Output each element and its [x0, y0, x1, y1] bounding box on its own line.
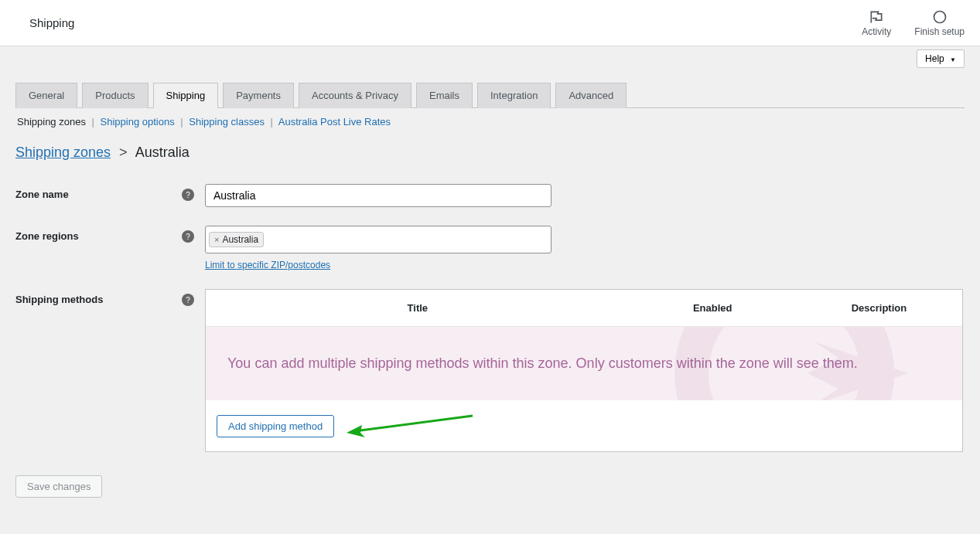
zone-name-label: Zone name: [15, 184, 182, 200]
circle-icon: [932, 9, 948, 25]
help-label: Help: [925, 53, 944, 64]
tab-accounts-privacy[interactable]: Accounts & Privacy: [299, 83, 411, 108]
pointer-arrow-icon: [345, 414, 476, 437]
separator: |: [180, 116, 183, 128]
zone-regions-input[interactable]: × Australia: [205, 226, 551, 253]
help-row: Help ▼: [0, 46, 980, 68]
help-icon[interactable]: ?: [182, 230, 194, 243]
top-header: Shipping Activity Finish setup: [0, 0, 980, 46]
page-title: Shipping: [15, 16, 74, 29]
chevron-down-icon: ▼: [950, 56, 956, 63]
separator: |: [271, 116, 273, 128]
limit-postcodes-link[interactable]: Limit to specific ZIP/postcodes: [205, 260, 551, 270]
tab-products[interactable]: Products: [82, 83, 148, 108]
table-footer: Add shipping method: [206, 400, 962, 451]
row-zone-regions: Zone regions ? × Australia Limit to spec…: [15, 216, 965, 280]
activity-label: Activity: [862, 26, 891, 37]
col-enabled: Enabled: [630, 290, 796, 326]
region-tag-label: Australia: [222, 234, 258, 245]
flag-icon: [869, 9, 884, 25]
empty-text: You can add multiple shipping methods wi…: [227, 355, 858, 371]
remove-tag-icon[interactable]: ×: [214, 235, 219, 244]
tab-payments[interactable]: Payments: [223, 83, 294, 108]
separator: |: [92, 116, 94, 128]
save-row: Save changes: [15, 475, 965, 498]
finish-setup-label: Finish setup: [914, 26, 965, 37]
zone-name-input[interactable]: [205, 184, 551, 207]
tab-integration[interactable]: Integration: [477, 83, 551, 108]
row-shipping-methods: Shipping methods ? Title Enabled Descrip…: [15, 280, 965, 461]
help-icon[interactable]: ?: [182, 294, 194, 306]
breadcrumb-current: Australia: [135, 145, 190, 160]
settings-tabs: General Products Shipping Payments Accou…: [15, 82, 965, 108]
breadcrumb: Shipping zones > Australia: [15, 128, 965, 175]
subnav-shipping-options[interactable]: Shipping options: [101, 116, 175, 128]
table-header: Title Enabled Description: [206, 290, 962, 327]
col-description: Description: [796, 290, 962, 326]
empty-state: You can add multiple shipping methods wi…: [206, 327, 962, 400]
add-shipping-method-button[interactable]: Add shipping method: [217, 415, 334, 437]
subnav-aus-post-live-rates[interactable]: Australia Post Live Rates: [278, 116, 391, 128]
breadcrumb-root[interactable]: Shipping zones: [15, 145, 111, 160]
activity-button[interactable]: Activity: [862, 9, 891, 37]
svg-point-0: [934, 11, 945, 22]
zone-regions-label: Zone regions: [15, 226, 182, 242]
shipping-methods-table: Title Enabled Description You can add mu…: [205, 289, 963, 452]
row-zone-name: Zone name ?: [15, 175, 965, 216]
tab-shipping[interactable]: Shipping: [153, 83, 219, 108]
subnav-shipping-classes[interactable]: Shipping classes: [189, 116, 265, 128]
help-icon[interactable]: ?: [182, 189, 194, 201]
save-changes-button[interactable]: Save changes: [15, 475, 102, 498]
col-title: Title: [206, 290, 630, 326]
shipping-subnav: Shipping zones | Shipping options | Ship…: [15, 108, 965, 128]
help-dropdown[interactable]: Help ▼: [917, 49, 965, 68]
region-tag: × Australia: [209, 232, 264, 247]
header-actions: Activity Finish setup: [862, 9, 965, 37]
subnav-shipping-zones[interactable]: Shipping zones: [17, 116, 86, 128]
tab-emails[interactable]: Emails: [416, 83, 473, 108]
breadcrumb-separator: >: [119, 145, 128, 160]
shipping-methods-label: Shipping methods: [15, 289, 182, 305]
tab-advanced[interactable]: Advanced: [555, 83, 627, 108]
tab-general[interactable]: General: [15, 83, 77, 108]
finish-setup-button[interactable]: Finish setup: [914, 9, 965, 37]
